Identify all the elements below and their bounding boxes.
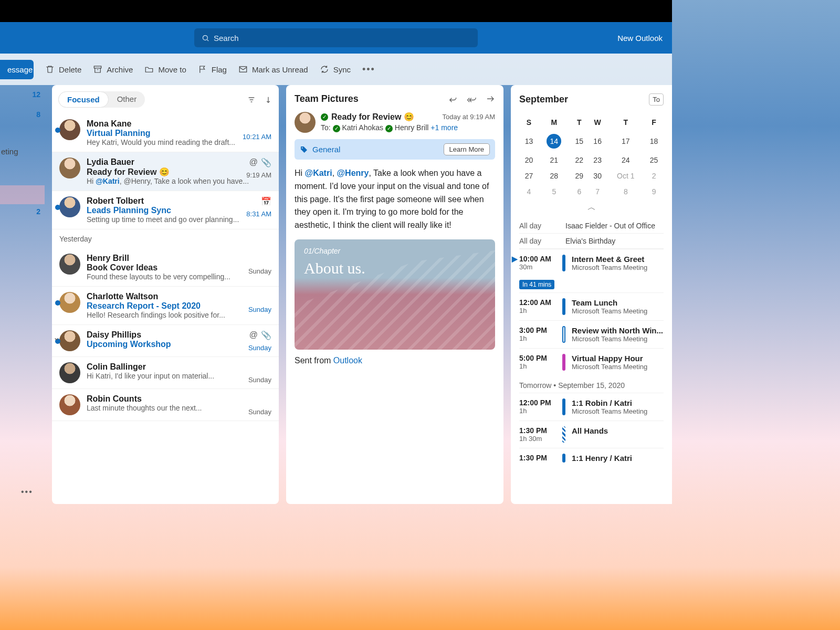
delete-button[interactable]: Delete — [45, 65, 81, 74]
calendar-day[interactable]: 9 — [645, 184, 663, 199]
calendar-day[interactable]: 24 — [607, 153, 645, 167]
calendar-event[interactable]: 3:00 PM1hReview with North Win...Microso… — [519, 320, 664, 348]
calendar-day[interactable]: 17 — [607, 131, 645, 152]
new-outlook-toggle[interactable]: New Outlook — [617, 34, 663, 43]
message-preview: Found these layouts to be very compellin… — [87, 272, 271, 281]
now-badge: In 41 mins — [519, 280, 554, 289]
attachment-title: About us. — [304, 259, 365, 277]
new-message-button[interactable]: essage — [0, 60, 34, 79]
message-subject: Leads Planning Sync — [87, 206, 271, 215]
event-time: 5:00 PM1h — [519, 354, 556, 371]
calendar-day[interactable]: 25 — [645, 153, 663, 167]
calendar-collapse[interactable]: ︿ — [519, 202, 664, 213]
inbox-tabs: Focused Other — [58, 91, 145, 108]
calendar-day[interactable]: 22 — [571, 153, 588, 167]
calendar-event[interactable]: 1:30 PM1:1 Henry / Katri — [519, 448, 664, 468]
reading-pane: Team Pictures ✓ Ready for Review 😊 Today… — [286, 85, 503, 504]
calendar-day[interactable]: 23 — [589, 153, 606, 167]
email-body: Hi @Katri, @Henry, Take a look when you … — [295, 167, 495, 232]
trash-icon — [45, 65, 55, 74]
calendar-day[interactable]: 28 — [539, 169, 570, 183]
calendar-event[interactable]: ▶10:00 AM30mIntern Meet & GreetMicrosoft… — [519, 249, 664, 277]
calendar-day[interactable]: Oct 1 — [607, 169, 645, 183]
mention-henry[interactable]: @Henry — [337, 169, 369, 177]
calendar-event[interactable]: 1:30 PM1h 30mAll Hands — [519, 421, 664, 448]
avatar — [59, 330, 80, 351]
message-item[interactable]: Lydia BauerReady for Review 😊Hi @Katri, … — [52, 152, 279, 191]
calendar-day[interactable]: 4 — [520, 184, 538, 199]
event-subtitle: Microsoft Teams Meeting — [572, 335, 664, 343]
allday-event[interactable]: All dayIsaac Fielder - Out of Office — [519, 218, 664, 234]
sync-button[interactable]: Sync — [320, 65, 351, 74]
calendar-day[interactable]: 30 — [589, 169, 606, 183]
mini-calendar[interactable]: SMTWTF 13141516171820212223242527282930O… — [519, 114, 664, 200]
reply-all-icon[interactable] — [467, 94, 476, 104]
search-input[interactable]: Search — [194, 28, 478, 47]
event-title: 1:1 Henry / Katri — [572, 454, 664, 463]
calendar-day[interactable]: 29 — [571, 169, 588, 183]
allday-event[interactable]: All dayElvia's Birthday — [519, 234, 664, 249]
sync-icon — [320, 65, 329, 74]
move-to-button[interactable]: Move to — [144, 65, 186, 74]
calendar-event[interactable]: 5:00 PM1hVirtual Happy HourMicrosoft Tea… — [519, 348, 664, 376]
tab-focused[interactable]: Focused — [58, 91, 109, 108]
dow-header: W — [589, 115, 606, 130]
calendar-day[interactable]: 20 — [520, 153, 538, 167]
nav-more-button[interactable]: ••• — [21, 487, 33, 497]
attachment-preview[interactable]: 01/Chapter About us. — [295, 239, 495, 350]
chevron-down-icon[interactable]: ⌄ — [53, 332, 60, 342]
more-recipients-link[interactable]: +1 more — [430, 123, 458, 132]
nav-item-meeting[interactable]: eting — [0, 147, 45, 156]
calendar-day[interactable]: 14 — [539, 131, 570, 152]
message-item[interactable]: Mona KaneVirtual PlanningHey Katri, Woul… — [52, 114, 279, 152]
message-item[interactable]: Henry BrillBook Cover IdeasFound these l… — [52, 248, 279, 287]
calendar-day[interactable]: 21 — [539, 153, 570, 167]
message-item[interactable]: Charlotte WaltsonResearch Report - Sept … — [52, 287, 279, 325]
reply-icon[interactable] — [448, 94, 457, 104]
tag-label[interactable]: General — [312, 145, 340, 154]
calendar-day[interactable]: 13 — [520, 131, 538, 152]
verified-icon: ✓ — [385, 125, 393, 132]
event-title: Review with North Win... — [572, 326, 664, 335]
tab-other[interactable]: Other — [109, 91, 145, 108]
filter-icon[interactable] — [247, 96, 256, 104]
calendar-day[interactable]: 7 — [589, 184, 606, 199]
sort-icon[interactable] — [264, 96, 272, 104]
calendar-day[interactable]: 15 — [571, 131, 588, 152]
nav-badge-2: 8 — [0, 110, 45, 119]
learn-more-button[interactable]: Learn More — [444, 143, 490, 155]
avatar — [59, 119, 80, 140]
sender-name: Lydia Bauer — [87, 158, 271, 167]
message-item[interactable]: Robin CountsLast minute thoughts our the… — [52, 389, 279, 421]
mark-unread-button[interactable]: Mark as Unread — [238, 65, 308, 74]
dow-header: T — [571, 115, 588, 130]
svg-point-4 — [302, 147, 303, 148]
sender-name: Mona Kane — [87, 119, 271, 129]
message-item[interactable]: Robert TolbertLeads Planning SyncSetting… — [52, 191, 279, 229]
nav-item-selected[interactable] — [0, 185, 45, 204]
message-item[interactable]: Colin BallingerHi Katri, I'd like your i… — [52, 357, 279, 389]
more-actions-button[interactable]: ••• — [362, 64, 375, 75]
calendar-day[interactable]: 6 — [571, 184, 588, 199]
today-button[interactable]: To — [649, 93, 664, 106]
calendar-event[interactable]: 12:00 PM1h1:1 Robin / KatriMicrosoft Tea… — [519, 393, 664, 421]
calendar-day[interactable]: 18 — [645, 131, 663, 152]
mention-katri[interactable]: @Katri — [305, 169, 332, 177]
calendar-event[interactable]: 12:00 AM1hTeam LunchMicrosoft Teams Meet… — [519, 292, 664, 320]
dow-header: M — [539, 115, 570, 130]
archive-button[interactable]: Archive — [93, 65, 133, 74]
calendar-day[interactable]: 2 — [645, 169, 663, 183]
outlook-link[interactable]: Outlook — [333, 356, 362, 365]
event-color-bar — [562, 326, 565, 343]
calendar-day[interactable]: 27 — [520, 169, 538, 183]
message-item[interactable]: ⌄Daisy PhillipsUpcoming Workshop@📎Sunday — [52, 325, 279, 357]
svg-line-1 — [207, 39, 209, 41]
verified-icon: ✓ — [333, 125, 340, 132]
calendar-day[interactable]: 5 — [539, 184, 570, 199]
forward-icon[interactable] — [486, 94, 495, 104]
message-time: Sunday — [248, 344, 271, 352]
calendar-day[interactable]: 16 — [589, 131, 606, 152]
calendar-icon: 📅 — [261, 196, 271, 206]
calendar-day[interactable]: 8 — [607, 184, 645, 199]
flag-button[interactable]: Flag — [198, 65, 227, 74]
